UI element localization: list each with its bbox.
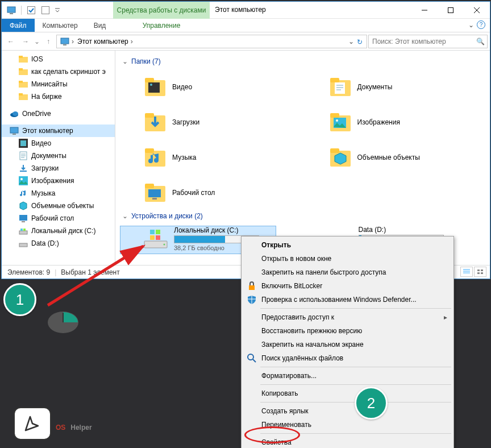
folder-item[interactable]: Документы bbox=[305, 71, 490, 103]
ctx-item[interactable]: Создать ярлык bbox=[243, 404, 452, 418]
ctx-label: Открыть bbox=[261, 241, 291, 249]
item-label: Объемные объекты bbox=[357, 154, 420, 161]
history-dropdown-icon[interactable]: ⌄ bbox=[34, 35, 40, 48]
sidebar-item-label: как сделать скриншот э bbox=[31, 68, 106, 76]
close-button[interactable] bbox=[464, 2, 490, 19]
folder-icon bbox=[143, 180, 168, 205]
svg-rect-3 bbox=[42, 6, 49, 14]
sidebar-item[interactable]: Изображения bbox=[2, 175, 115, 187]
ctx-label: Форматировать... bbox=[261, 372, 317, 380]
svg-rect-41 bbox=[330, 113, 339, 118]
checkbox-empty-icon[interactable] bbox=[39, 4, 52, 16]
up-button[interactable]: ↑ bbox=[41, 35, 55, 48]
folder-item[interactable]: Видео bbox=[120, 71, 305, 103]
svg-rect-45 bbox=[145, 148, 154, 153]
group-folders[interactable]: ⌄Папки (7) bbox=[120, 54, 490, 71]
ctx-item[interactable]: Форматировать... bbox=[243, 369, 452, 383]
ctx-item[interactable]: Предоставить доступ к▸ bbox=[243, 310, 452, 324]
drive-label: Локальный диск (C:) bbox=[174, 226, 259, 234]
ctx-label: Закрепить на начальном экране bbox=[261, 341, 364, 349]
ctx-item[interactable]: Открыть в новом окне bbox=[243, 252, 452, 266]
search-icon[interactable]: 🔍 bbox=[476, 38, 485, 45]
minimize-button[interactable] bbox=[411, 2, 438, 19]
forward-button[interactable]: → bbox=[19, 35, 32, 48]
context-menu: ОткрытьОткрыть в новом окнеЗакрепить на … bbox=[241, 236, 454, 448]
folder-item[interactable]: Объемные объекты bbox=[305, 142, 490, 173]
tab-file[interactable]: Файл bbox=[2, 19, 35, 32]
refresh-button[interactable]: ↻ bbox=[354, 36, 365, 48]
address-dropdown-icon[interactable]: ⌄ bbox=[348, 38, 354, 45]
monitor-icon bbox=[60, 37, 69, 46]
search-input[interactable] bbox=[372, 38, 463, 45]
svg-rect-36 bbox=[330, 78, 339, 82]
folder-item[interactable]: Рабочий стол bbox=[120, 177, 305, 209]
checkbox-icon[interactable] bbox=[25, 4, 38, 16]
sidebar-item-label: Этот компьютер bbox=[22, 127, 73, 135]
content-area: ⌄Папки (7) ВидеоДокументыЗагрузкиИзображ… bbox=[115, 51, 490, 265]
view-large-button[interactable] bbox=[474, 267, 486, 277]
downloads-icon bbox=[19, 164, 28, 173]
ctx-item[interactable]: Проверка с использованием Windows Defend… bbox=[243, 293, 452, 306]
tab-computer[interactable]: Компьютер bbox=[35, 19, 86, 32]
chevron-right-icon: ▸ bbox=[444, 313, 447, 321]
chevron-right-icon[interactable]: › bbox=[131, 38, 133, 45]
sidebar-onedrive[interactable]: OneDrive bbox=[2, 107, 115, 120]
folder-item[interactable]: Загрузки bbox=[120, 106, 305, 138]
sidebar-item[interactable]: Документы bbox=[2, 150, 115, 162]
sidebar-item[interactable]: как сделать скриншот э bbox=[2, 65, 115, 78]
chevron-right-icon: › bbox=[72, 38, 74, 45]
ctx-item[interactable]: Восстановить прежнюю версию bbox=[243, 324, 452, 338]
sidebar-item[interactable]: На бирже bbox=[2, 90, 115, 103]
folder-item[interactable]: Изображения bbox=[305, 106, 490, 138]
svg-rect-37 bbox=[335, 82, 345, 94]
item-label: Загрузки bbox=[172, 118, 199, 126]
svg-rect-4 bbox=[448, 8, 453, 13]
maximize-button[interactable] bbox=[438, 2, 464, 19]
ribbon-expand-icon[interactable]: ⌄ bbox=[468, 21, 474, 29]
svg-rect-14 bbox=[19, 93, 23, 96]
sidebar-item-label: IOS bbox=[31, 55, 43, 63]
svg-point-24 bbox=[20, 178, 23, 180]
ctx-item[interactable]: Открыть bbox=[243, 238, 452, 252]
tab-manage[interactable]: Управление bbox=[113, 19, 210, 32]
view-details-button[interactable] bbox=[460, 267, 473, 277]
sidebar-item[interactable]: Музыка bbox=[2, 187, 115, 200]
ribbon-tabs: Файл Компьютер Вид Управление ⌄ ? bbox=[2, 19, 490, 32]
ctx-item[interactable]: Закрепить на панели быстрого доступа bbox=[243, 266, 452, 279]
qat-dropdown-icon[interactable] bbox=[53, 4, 61, 16]
address-field[interactable]: › Этот компьютер › ⌄ ↻ bbox=[56, 35, 367, 48]
sidebar-item[interactable]: Загрузки bbox=[2, 162, 115, 175]
svg-rect-20 bbox=[20, 140, 26, 146]
sidebar-item[interactable]: Минисайты bbox=[2, 78, 115, 90]
chevron-down-icon: ⌄ bbox=[122, 212, 128, 220]
sidebar-item[interactable]: Локальный диск (C:) bbox=[2, 225, 115, 237]
monitor-icon[interactable] bbox=[5, 4, 18, 16]
ctx-item[interactable]: Поиск удалённых файлов bbox=[243, 351, 452, 365]
sidebar-item[interactable]: Рабочий стол bbox=[2, 212, 115, 225]
svg-rect-32 bbox=[145, 78, 154, 82]
sidebar-item[interactable]: Объемные объекты bbox=[2, 200, 115, 212]
sidebar-item[interactable]: IOS bbox=[2, 53, 115, 65]
folder-icon bbox=[143, 110, 168, 135]
sidebar-item[interactable]: Видео bbox=[2, 137, 115, 150]
ctx-item[interactable]: Копировать bbox=[243, 387, 452, 400]
ctx-item[interactable]: Закрепить на начальном экране bbox=[243, 338, 452, 351]
ctx-item[interactable]: Включить BitLocker bbox=[243, 279, 452, 293]
svg-point-16 bbox=[13, 111, 18, 116]
sidebar-thispc[interactable]: Этот компьютер bbox=[2, 125, 115, 137]
ctx-label: Открыть в новом окне bbox=[261, 255, 331, 263]
folder-item[interactable]: Музыка bbox=[120, 142, 305, 173]
search-field[interactable]: 🔍 bbox=[368, 35, 488, 48]
ctx-label: Копировать bbox=[261, 389, 298, 397]
svg-rect-27 bbox=[19, 231, 27, 234]
drive-label: Data (D:) bbox=[359, 226, 444, 234]
back-button[interactable]: ← bbox=[4, 35, 18, 48]
item-label: Музыка bbox=[172, 154, 196, 161]
tab-view[interactable]: Вид bbox=[86, 19, 114, 32]
sidebar-item[interactable]: Data (D:) bbox=[2, 237, 115, 250]
group-devices[interactable]: ⌄Устройства и диски (2) bbox=[120, 209, 490, 226]
svg-rect-50 bbox=[148, 189, 161, 197]
svg-rect-61 bbox=[481, 269, 483, 271]
chevron-down-icon: ⌄ bbox=[122, 57, 128, 65]
help-icon[interactable]: ? bbox=[477, 20, 485, 29]
